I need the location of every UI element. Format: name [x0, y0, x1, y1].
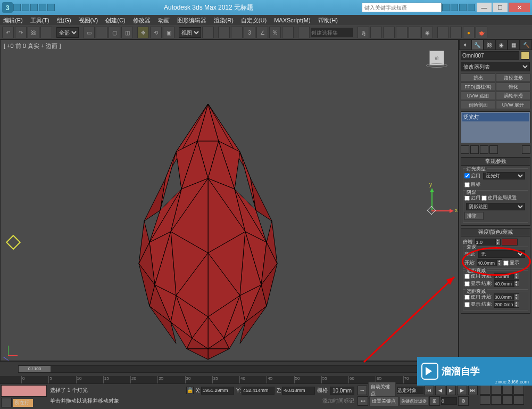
tab-utilities[interactable]: 🔨: [520, 39, 532, 50]
prev-frame-button[interactable]: ◀: [435, 386, 445, 395]
mirror-button[interactable]: ⧎: [358, 27, 369, 38]
play-button[interactable]: ▶: [446, 386, 456, 395]
time-config-button[interactable]: ⊞: [429, 396, 440, 406]
script-listener[interactable]: [1, 385, 47, 397]
rotate-button[interactable]: ⟲: [150, 27, 162, 38]
zoom-extents-button[interactable]: [513, 385, 524, 395]
render-setup-button[interactable]: [437, 27, 449, 38]
favorites-icon[interactable]: [459, 4, 467, 11]
shadow-global-checkbox[interactable]: [481, 195, 487, 201]
modifier-taper-button[interactable]: 锥化: [496, 83, 530, 91]
close-button[interactable]: ✕: [509, 3, 530, 12]
key-mode-button[interactable]: ⊸: [358, 386, 367, 395]
named-sel-button[interactable]: [298, 27, 310, 38]
scale-button[interactable]: ▣: [163, 27, 174, 38]
pan-button[interactable]: [491, 395, 502, 405]
shadow-map-select[interactable]: 阴影贴图: [466, 203, 525, 210]
tab-motion[interactable]: ◉: [495, 39, 508, 50]
key-filter-input[interactable]: [397, 387, 423, 394]
menu-create[interactable]: 创建(C): [105, 17, 125, 24]
near-end-input[interactable]: [494, 280, 514, 287]
viewport-label[interactable]: [ +0 前 0 真实 + 边面 ]: [4, 42, 61, 50]
menu-tools[interactable]: 工具(T): [30, 17, 49, 24]
menu-maxscript[interactable]: MAXScript(M): [274, 17, 310, 23]
light-color-swatch[interactable]: [502, 239, 518, 246]
redo-button[interactable]: ↷: [15, 27, 27, 38]
object-name-input[interactable]: [461, 51, 519, 60]
target-checkbox[interactable]: [464, 182, 470, 187]
near-use-checkbox[interactable]: [464, 274, 470, 279]
tab-create[interactable]: ✦: [459, 39, 471, 50]
coord-x-input[interactable]: [201, 387, 234, 395]
exclude-button[interactable]: 排除...: [464, 212, 484, 220]
align-button[interactable]: [370, 27, 382, 38]
far-show-checkbox[interactable]: [464, 302, 470, 307]
menu-view[interactable]: 视图(V): [79, 17, 98, 24]
named-sel-input[interactable]: [311, 28, 353, 37]
menu-help[interactable]: 帮助(H): [318, 17, 338, 24]
modifier-uvwmap-button[interactable]: UVW 贴图: [461, 92, 495, 100]
zoom-button[interactable]: [491, 385, 502, 395]
remove-modifier-button[interactable]: [489, 145, 498, 154]
selection-filter-select[interactable]: 全部: [56, 27, 79, 38]
max-toggle-button[interactable]: [513, 395, 524, 405]
tab-display[interactable]: ▦: [508, 39, 520, 50]
script-mini-button[interactable]: [1, 398, 12, 407]
modifier-turbosmooth-button[interactable]: 涡轮平滑: [496, 92, 530, 100]
help-search-icon[interactable]: [442, 4, 450, 11]
move-gizmo[interactable]: [8, 237, 21, 250]
modifier-ffd-button[interactable]: FFD(圆柱体): [461, 83, 495, 91]
undo-button[interactable]: ↶: [2, 27, 14, 38]
goto-start-button[interactable]: ⏮: [425, 386, 434, 395]
modifier-stack[interactable]: 泛光灯: [461, 111, 530, 143]
menu-edit[interactable]: 编辑(E): [3, 17, 23, 24]
near-start-input[interactable]: [494, 273, 514, 280]
modifier-bevel-button[interactable]: 倒角剖面: [461, 101, 495, 109]
keyboard-shortcut-button[interactable]: [231, 27, 243, 38]
help-icon[interactable]: [468, 4, 475, 11]
angle-snap-button[interactable]: ∠: [256, 27, 268, 38]
pivot-button[interactable]: [202, 27, 214, 38]
time-slider-thumb[interactable]: 0 / 100: [19, 366, 51, 372]
near-show-checkbox[interactable]: [464, 281, 470, 287]
key-filter-button[interactable]: 关键点过滤器: [400, 397, 428, 406]
qat-button[interactable]: [30, 4, 38, 11]
select-name-button[interactable]: [96, 27, 107, 38]
pan-view-button[interactable]: [480, 385, 491, 395]
window-crossing-button[interactable]: ◫: [121, 27, 133, 38]
current-frame-input[interactable]: [441, 397, 457, 405]
select-object-button[interactable]: ▭: [83, 27, 95, 38]
pin-stack-button[interactable]: [461, 145, 469, 154]
far-use-checkbox[interactable]: [464, 295, 470, 300]
zoom-all-button[interactable]: [502, 385, 513, 395]
move-button[interactable]: ✥: [137, 27, 149, 38]
rollout-general-params[interactable]: 常规参数: [461, 157, 530, 166]
configure-sets-button[interactable]: [522, 145, 530, 154]
modifier-extrude-button[interactable]: 挤出: [461, 73, 495, 82]
set-key-button[interactable]: ⊷: [358, 396, 368, 406]
add-time-tag[interactable]: 添加时间标记: [322, 397, 354, 405]
object-color-swatch[interactable]: [521, 51, 529, 60]
menu-custom[interactable]: 自定义(U): [241, 17, 267, 24]
minimize-button[interactable]: —: [477, 3, 492, 12]
rollout-intensity[interactable]: 强度/颜色/衰减: [461, 228, 530, 236]
far-start-input[interactable]: [494, 293, 514, 300]
lock-icon[interactable]: 🔒: [186, 387, 194, 394]
goto-end-button[interactable]: ⏭: [468, 386, 478, 395]
ref-coord-select[interactable]: 视图: [179, 27, 201, 38]
menu-group[interactable]: 组(G): [57, 17, 71, 24]
render-button[interactable]: ●: [463, 27, 475, 38]
coord-z-input[interactable]: [282, 387, 315, 395]
modifier-unwrap-button[interactable]: UVW 展开: [496, 101, 530, 109]
tab-hierarchy[interactable]: ⛓: [484, 39, 496, 50]
signin-icon[interactable]: [451, 4, 458, 11]
qat-button[interactable]: [47, 4, 55, 11]
schematic-button[interactable]: [409, 27, 420, 38]
spinner-snap-button[interactable]: [282, 27, 294, 38]
light-type-select[interactable]: 泛光灯: [483, 172, 525, 179]
view-cube[interactable]: 前: [426, 51, 447, 72]
fov-button[interactable]: [480, 395, 491, 405]
menu-modifier[interactable]: 修改器: [133, 17, 151, 24]
multiplier-input[interactable]: [475, 239, 495, 246]
decay-start-input[interactable]: [477, 259, 497, 266]
